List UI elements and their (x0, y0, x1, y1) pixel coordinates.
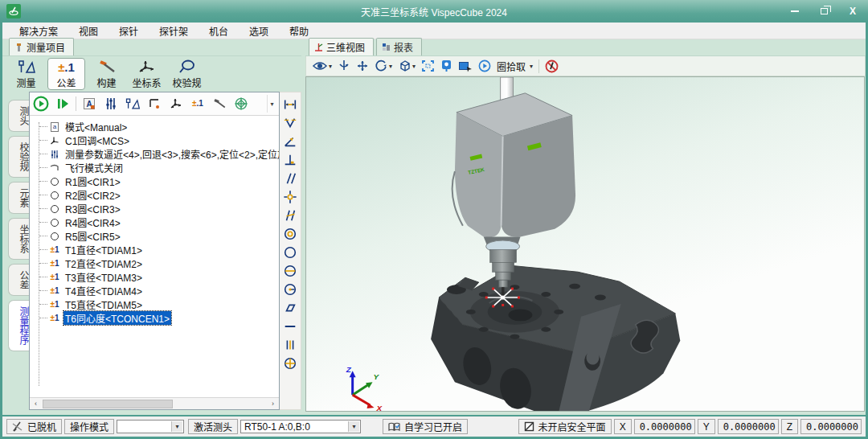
active-probe-value: RT50-1 A:0,B:0 (244, 421, 310, 433)
ribbon-tolerance-button[interactable]: ±.1 公差 (47, 58, 85, 90)
tolerance-item-icon: ±1 (48, 285, 61, 297)
window-select-button[interactable] (458, 60, 473, 72)
tab-report[interactable]: 报表 (376, 38, 422, 55)
tab-measure-project[interactable]: 测量项目 (9, 38, 74, 55)
tree-item-mode[interactable]: a模式<Manual> (33, 120, 279, 133)
menu-machine[interactable]: 机台 (199, 23, 239, 39)
tree-item-tdiam3[interactable]: ±1T3直径<TDIAM3> (33, 270, 279, 284)
step-run-button[interactable] (54, 95, 72, 113)
side-tab-coordsys[interactable]: 坐标系 (8, 218, 29, 260)
ribbon-construct-button[interactable]: 构建 (88, 58, 125, 90)
side-tab-tolerance[interactable]: 公差 (8, 264, 29, 296)
construct-small-button[interactable] (211, 95, 228, 113)
circle-feature-icon (48, 190, 61, 201)
x-axis-label: X (614, 419, 632, 434)
tolerance-true-position-icon[interactable] (282, 355, 298, 371)
scrollbar-thumb[interactable] (43, 400, 173, 408)
scene-3d: TZTEK (306, 77, 864, 411)
tolerance-item-icon: ±1 (48, 258, 61, 269)
active-probe-label: 激活测头 (194, 420, 232, 433)
tree-item-tdiam4[interactable]: ±1T4直径<TDIAM4> (33, 284, 279, 297)
tolerance-distance-icon[interactable] (282, 96, 298, 113)
visibility-button[interactable]: ▾ (312, 60, 332, 72)
tolerance-symmetry-icon[interactable] (282, 337, 298, 353)
move-point-button[interactable] (145, 95, 163, 113)
tolerance-angle-icon[interactable] (282, 133, 298, 150)
close-button[interactable]: X (841, 3, 865, 19)
active-probe-select[interactable]: RT50-1 A:0,B:0▾ (240, 420, 361, 433)
ribbon-measure-button[interactable]: 测量 (7, 58, 45, 90)
tolerance-flatness-icon[interactable] (282, 300, 298, 316)
menu-solution[interactable]: 解决方案 (9, 23, 68, 39)
tolerance-concentricity-icon[interactable] (282, 226, 298, 242)
scroll-right-arrow[interactable]: › (267, 398, 279, 409)
menu-view[interactable]: 视图 (68, 23, 108, 39)
coordsys-small-button[interactable] (232, 95, 250, 113)
tab-report-label: 报表 (394, 40, 413, 54)
tolerance-runout-icon[interactable] (282, 281, 298, 297)
parameters-icon (48, 149, 61, 160)
tree-item-cir5[interactable]: R5圆<CIR5> (33, 229, 279, 243)
tree-item-tdiam2[interactable]: ±1T2直径<TDIAM2> (33, 256, 279, 270)
play-view-button[interactable] (478, 59, 491, 72)
tree-item-parameters[interactable]: 测量参数逼近<4>,回退<3>,搜索<6>,定位<2>,定位加<2>,测 (33, 147, 279, 161)
operation-mode-select[interactable]: ▾ (117, 420, 184, 433)
menu-probe[interactable]: 探针 (108, 23, 149, 39)
toolbar-overflow-button[interactable]: ▾ (267, 95, 276, 113)
tab-3d-view[interactable]: 三维视图 (309, 38, 374, 55)
tree-horizontal-scrollbar[interactable]: ‹ › (30, 397, 279, 409)
side-tab-probe[interactable]: 测头 (8, 100, 29, 132)
safety-plane-icon (524, 421, 534, 432)
side-tab-measure-program[interactable]: 测量程序 (8, 300, 29, 351)
zoom-fit-button[interactable] (421, 59, 435, 72)
pan-button[interactable] (356, 59, 369, 72)
scroll-left-arrow[interactable]: ‹ (30, 398, 42, 409)
viewport-3d[interactable]: TZTEK (305, 76, 865, 412)
tolerance-parallelism-icon[interactable] (282, 170, 298, 187)
y-axis-label: Y (698, 419, 715, 434)
probe-disabled-button[interactable] (545, 59, 559, 73)
tree-item-fly-mode[interactable]: 飞行模式关闭 (33, 161, 279, 174)
axes-move-button[interactable] (167, 95, 185, 113)
menu-help[interactable]: 帮助 (279, 23, 319, 39)
tolerance-circularity-icon[interactable] (282, 244, 298, 261)
minimize-button[interactable] (783, 3, 807, 19)
run-program-button[interactable] (32, 95, 50, 113)
tree-item-cir3[interactable]: R3圆<CIR3> (33, 202, 279, 215)
tree-item-cir4[interactable]: R4圆<CIR4> (33, 215, 279, 229)
view-cube-button[interactable]: ▾ (398, 59, 416, 72)
tolerance-cylindricity-icon[interactable] (282, 263, 298, 279)
tree-item-tconcen1[interactable]: ±1T6同心度<TCONCEN1> (33, 311, 279, 325)
side-tab-gauge[interactable]: 校验规 (8, 136, 29, 178)
locate-button[interactable] (440, 59, 452, 72)
parameters-button[interactable] (102, 95, 120, 113)
tree-item-cir2[interactable]: R2圆<CIR2> (33, 188, 279, 202)
circle-pick-button[interactable]: 圈拾取▾ (497, 59, 533, 73)
menu-probe-rack[interactable]: 探针架 (149, 23, 199, 39)
view-panel: 三维视图 报表 ▾ ▾ (305, 39, 866, 415)
ribbon-coordsys-button[interactable]: 坐标系 (128, 58, 166, 90)
tolerance-small-button[interactable]: ±.1 (189, 95, 207, 113)
tolerance-straightness-icon[interactable] (282, 318, 298, 334)
tree-item-cir1[interactable]: R1圆<CIR1> (33, 174, 279, 188)
menu-options[interactable]: 选项 (239, 23, 279, 39)
tolerance-cone-angle-icon[interactable] (282, 115, 298, 131)
orbit-button[interactable] (338, 59, 350, 72)
tolerance-angularity-icon[interactable] (282, 207, 298, 224)
label-edit-button[interactable]: A (80, 95, 98, 113)
tree-item-recall[interactable]: C1回调<MCS> (33, 133, 279, 147)
tolerance-perpendicularity-icon[interactable] (282, 152, 298, 168)
fly-mode-icon (48, 162, 61, 174)
tree-item-tdiam1[interactable]: ±1T1直径<TDIAM1> (33, 243, 279, 256)
rotate-view-button[interactable]: ▾ (375, 59, 392, 72)
tolerance-item-icon: ±1 (48, 272, 61, 283)
side-tab-feature[interactable]: 元素 (8, 182, 29, 214)
restore-button[interactable] (812, 3, 836, 19)
ribbon-gauge-button[interactable]: 校验规 (168, 58, 206, 90)
location-pin-icon (440, 59, 452, 72)
tolerance-position-icon[interactable] (282, 189, 298, 205)
mode-icon: a (48, 121, 61, 133)
measure-tools-button[interactable] (124, 95, 141, 113)
play-circle-icon (478, 59, 491, 72)
tree-item-tdiam5[interactable]: ±1T5直径<TDIAM5> (33, 297, 279, 311)
